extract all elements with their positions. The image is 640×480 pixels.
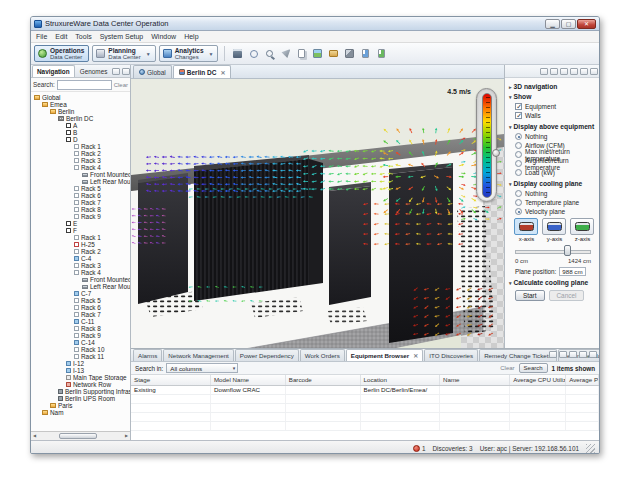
tree-item[interactable]: Front Mounted (31, 276, 130, 283)
tree-item[interactable]: B (31, 129, 130, 136)
tree-item[interactable]: I-13 (31, 367, 130, 374)
clear-search-button[interactable]: Clear (114, 82, 128, 88)
tree-item[interactable]: C-14 (31, 339, 130, 346)
show-option[interactable]: Walls (509, 111, 597, 120)
tree-item[interactable]: C-11 (31, 318, 130, 325)
radio-icon[interactable] (515, 208, 522, 215)
table-settings-icon[interactable] (559, 351, 567, 358)
tree-item[interactable]: Berlin UPS Room (31, 395, 130, 402)
table-row[interactable] (131, 394, 599, 403)
resize-grip[interactable] (586, 444, 595, 453)
section-calculate-cooling-plane[interactable]: Calculate cooling plane (509, 279, 597, 286)
tree-item[interactable]: Rack 11 (31, 353, 130, 360)
undo-icon[interactable] (247, 47, 260, 60)
section-display-cooling-plane[interactable]: Display cooling plane (509, 180, 597, 187)
radio-icon[interactable] (515, 199, 522, 206)
plane-slider-thumb[interactable] (564, 245, 571, 256)
tree-item[interactable]: Rack 10 (31, 346, 130, 353)
tree-item[interactable]: Front Mounted (31, 171, 130, 178)
column-header[interactable]: Barcode (285, 375, 360, 385)
copy-icon[interactable] (295, 47, 308, 60)
perspective-operations[interactable]: Operations Data Center (34, 45, 89, 62)
tree-item[interactable]: Rack 1 (31, 143, 130, 150)
menu-item[interactable]: System Setup (100, 33, 144, 40)
bottom-tab[interactable]: Power Dependency (235, 349, 299, 361)
tree-item[interactable]: Main Tape Storage (31, 374, 130, 381)
camera-icon[interactable] (570, 68, 578, 75)
search-columns-select[interactable]: All columns (166, 363, 238, 373)
chevron-down-icon[interactable]: ▼ (209, 51, 214, 57)
tree-item[interactable]: I-12 (31, 360, 130, 367)
section-display-above-equipment[interactable]: Display above equipment (509, 123, 597, 130)
save-icon[interactable] (231, 47, 244, 60)
radio-icon[interactable] (515, 169, 522, 176)
scrollbar-thumb[interactable] (59, 433, 97, 439)
editor-tab[interactable]: Global (133, 65, 172, 78)
scroll-left-icon[interactable]: ◀ (31, 433, 38, 439)
table-row[interactable]: Existing Downflow CRAC Berlin DC/Berlin/… (131, 385, 599, 394)
clear-button[interactable]: Clear (500, 365, 514, 371)
column-header[interactable]: Average Pow... (566, 375, 599, 385)
display-equipment-option[interactable]: Avg inlet/return temperature (509, 159, 597, 168)
display-equipment-option[interactable]: Nothing (509, 132, 597, 141)
column-header[interactable]: Model Name (210, 375, 285, 385)
tree-item[interactable]: Berlin DC (31, 115, 130, 122)
menu-item[interactable]: Window (151, 33, 176, 40)
table-row[interactable] (131, 412, 599, 421)
close-tab-icon[interactable]: ✕ (220, 69, 225, 76)
tree-item[interactable]: Rack 2 (31, 150, 130, 157)
tree-item[interactable]: Berlin (31, 108, 130, 115)
menu-item[interactable]: Edit (55, 33, 67, 40)
radio-icon[interactable] (515, 142, 522, 149)
search-input[interactable] (57, 80, 112, 90)
panel-tab[interactable]: Genomes (75, 65, 113, 77)
perspective-planning[interactable]: Planning Data Center ▼ (92, 45, 155, 62)
tree-item[interactable]: Rack 1 (31, 234, 130, 241)
radio-icon[interactable] (515, 190, 522, 197)
tree-item[interactable]: Rack 2 (31, 248, 130, 255)
bottom-tab[interactable]: Network Management (163, 349, 234, 361)
radio-icon[interactable] (515, 151, 522, 158)
plane-position-slider[interactable] (515, 244, 591, 257)
mail-icon[interactable] (327, 47, 340, 60)
tree-item[interactable]: Rack 9 (31, 213, 130, 220)
title-bar[interactable]: StruxureWare Data Center Operation ▁ ▢ ✕ (31, 17, 599, 31)
view-list-icon[interactable] (550, 68, 558, 75)
bottom-tab[interactable]: Alarms (133, 349, 162, 361)
panel-maximize-icon[interactable] (122, 68, 130, 75)
cooling-plane-option[interactable]: Temperature plane (509, 198, 597, 207)
tools-icon[interactable] (343, 47, 356, 60)
radio-icon[interactable] (515, 160, 522, 167)
checkbox-icon[interactable] (515, 112, 522, 119)
axis-button[interactable]: x-axis (514, 218, 539, 242)
split-view-icon[interactable] (560, 68, 568, 75)
table-row[interactable] (131, 421, 599, 430)
alarm-indicator[interactable]: 1 (413, 445, 426, 452)
refresh-icon[interactable] (549, 351, 557, 358)
column-header[interactable]: Stage (131, 375, 210, 385)
axis-button[interactable]: y-axis (542, 218, 567, 242)
tree-item[interactable]: Emea (31, 101, 130, 108)
tree-item[interactable]: Network Row (31, 381, 130, 388)
export-icon[interactable] (569, 351, 577, 358)
column-header[interactable]: Location (360, 375, 439, 385)
doc-blue-icon[interactable] (359, 47, 372, 60)
bottom-tab[interactable]: Remedy Change Tickets (479, 349, 556, 361)
tree-item[interactable]: Nam (31, 409, 130, 416)
tree-horizontal-scrollbar[interactable]: ◀ ▶ (31, 431, 130, 440)
panel-minimize-icon[interactable] (112, 68, 120, 75)
tree-item[interactable]: Rack 8 (31, 206, 130, 213)
scroll-right-icon[interactable]: ▶ (123, 433, 130, 439)
scale-handle[interactable] (492, 149, 500, 157)
bottom-tab[interactable]: Work Orders (300, 349, 345, 361)
tree-item[interactable]: Rack 5 (31, 185, 130, 192)
tree-item[interactable]: D (31, 136, 130, 143)
panel-maximize-icon[interactable] (589, 351, 597, 358)
search-button[interactable]: Search (519, 363, 548, 373)
tree-item[interactable]: Rack 7 (31, 199, 130, 206)
close-button[interactable]: ✕ (577, 19, 596, 29)
tree-item[interactable]: Rack 3 (31, 262, 130, 269)
perspective-analytics[interactable]: Analytics Changes ▼ (159, 45, 219, 62)
close-tab-icon[interactable]: ✕ (413, 350, 418, 362)
pin-icon[interactable] (279, 47, 292, 60)
